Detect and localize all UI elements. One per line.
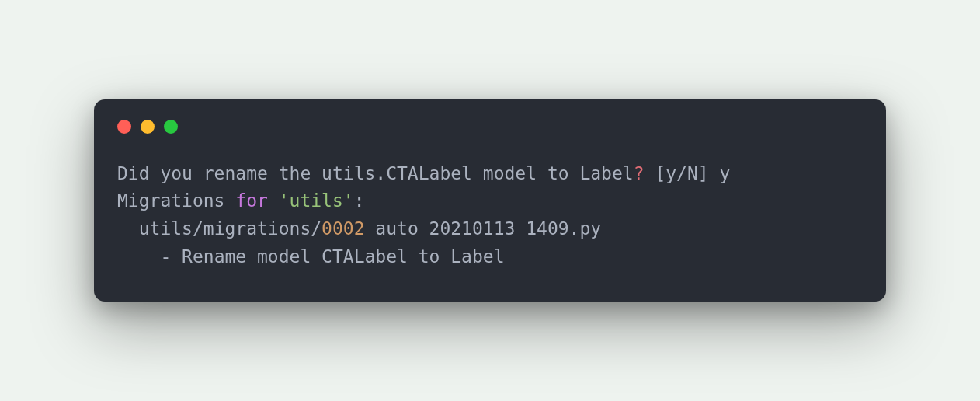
close-icon[interactable] — [117, 120, 131, 134]
maximize-icon[interactable] — [164, 120, 178, 134]
indent — [117, 246, 160, 267]
migrations-label: Migrations — [117, 190, 235, 211]
migration-operation: - Rename model CTALabel to Label — [160, 246, 504, 267]
for-keyword: for — [235, 190, 268, 211]
app-name-string: 'utils' — [279, 190, 354, 211]
colon: : — [354, 190, 365, 211]
migration-path-prefix: utils/migrations/ — [139, 218, 321, 239]
minimize-icon[interactable] — [141, 120, 155, 134]
question-mark: ? — [634, 163, 645, 183]
traffic-lights — [117, 120, 863, 134]
migration-number: 0002 — [321, 218, 364, 239]
prompt-text: Did you rename the utils.CTALabel model … — [117, 163, 634, 183]
terminal-output: Did you rename the utils.CTALabel model … — [117, 160, 863, 271]
prompt-response: [y/N] y — [645, 163, 731, 183]
indent — [117, 218, 139, 239]
space — [268, 190, 279, 211]
migration-filename: _auto_20210113_1409.py — [365, 218, 602, 239]
terminal-window: Did you rename the utils.CTALabel model … — [94, 99, 886, 302]
